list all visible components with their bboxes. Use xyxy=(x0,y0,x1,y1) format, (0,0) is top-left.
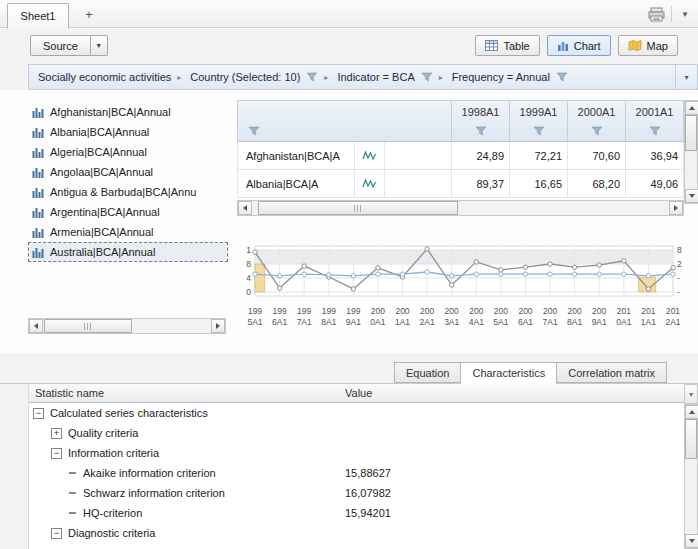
table-header-column[interactable]: 1998A1 xyxy=(452,100,510,142)
breadcrumb-arrow-icon: ▸ xyxy=(439,73,443,82)
value-column-header[interactable]: Value xyxy=(341,384,684,402)
print-icon[interactable] xyxy=(648,7,665,22)
series-bar-chart-icon xyxy=(32,207,45,218)
table-view-button[interactable]: Table xyxy=(475,35,539,56)
series-tree-item[interactable]: Albania|BCA|Annual xyxy=(28,122,228,142)
line-chart-icon xyxy=(362,150,377,161)
filter-funnel-icon[interactable] xyxy=(475,126,487,136)
tabbar-actions: ▾ xyxy=(648,5,692,23)
series-tree-item[interactable]: Algeria|BCA|Annual xyxy=(28,142,228,162)
filter-funnel-icon[interactable] xyxy=(248,126,260,136)
column-label: 1998A1 xyxy=(452,106,509,118)
source-button[interactable]: Source xyxy=(30,35,91,56)
tab-sheet1[interactable]: Sheet1 xyxy=(7,3,69,28)
tab-characteristics[interactable]: Characteristics xyxy=(461,362,557,384)
source-split-button[interactable]: Source ▾ xyxy=(30,35,108,56)
chart-view-button[interactable]: Chart xyxy=(547,35,611,56)
svg-text:200: 200 xyxy=(445,306,459,316)
source-dropdown-arrow[interactable]: ▾ xyxy=(91,35,108,56)
statistic-name: HQ-criterion xyxy=(83,507,142,519)
filter-funnel-icon[interactable] xyxy=(556,72,568,82)
row-icon-cell xyxy=(355,170,385,197)
statistic-row[interactable]: Akaike information criterion15,88627 xyxy=(29,463,684,483)
svg-text:8: 8 xyxy=(677,245,682,255)
series-tree-item[interactable]: Argentina|BCA|Annual xyxy=(28,202,228,222)
scroll-right-button[interactable] xyxy=(669,201,683,215)
series-tree-item[interactable]: Afghanistan|BCA|Annual xyxy=(28,102,228,122)
tree-horizontal-scrollbar[interactable] xyxy=(28,318,226,334)
scrollbar-thumb[interactable] xyxy=(258,201,458,215)
statistic-row[interactable]: +Quality criteria xyxy=(29,423,684,443)
statistic-row[interactable]: Schwarz information criterion16,07982 xyxy=(29,483,684,503)
scroll-up-button[interactable] xyxy=(685,101,698,115)
statistic-value: 15,88627 xyxy=(345,467,391,479)
statistics-filter-dropdown[interactable]: ▾ xyxy=(684,384,698,404)
chart-icon xyxy=(557,40,569,51)
scroll-down-button[interactable] xyxy=(685,189,698,203)
row-value-cell: 16,65 xyxy=(510,170,568,197)
add-sheet-button[interactable]: + xyxy=(80,6,98,23)
scroll-down-button[interactable] xyxy=(685,534,698,548)
series-bar-chart-icon xyxy=(32,127,45,138)
statistic-row[interactable]: HQ-criterion15,94201 xyxy=(29,503,684,523)
collapse-icon[interactable]: − xyxy=(33,408,44,419)
filter-funnel-icon[interactable] xyxy=(421,72,433,82)
tab-correlation-matrix[interactable]: Correlation matrix xyxy=(557,362,667,383)
data-table-body: Afghanistan|BCA|A24,8972,2170,6036,94Alb… xyxy=(237,142,684,198)
series-tree-item[interactable]: Angolaa|BCA|Annual xyxy=(28,162,228,182)
scroll-left-button[interactable] xyxy=(238,201,252,215)
svg-text:199: 199 xyxy=(273,306,287,316)
row-name-cell: Afghanistan|BCA|A xyxy=(237,142,355,169)
statistic-value: 15,94201 xyxy=(345,507,391,519)
series-tree-item[interactable]: Armenia|BCA|Annual xyxy=(28,222,228,242)
table-row[interactable]: Albania|BCA|A89,3716,6568,2049,06 xyxy=(237,170,684,198)
scrollbar-thumb[interactable] xyxy=(685,115,697,151)
table-header-column[interactable]: 2000A1 xyxy=(568,100,626,142)
table-horizontal-scrollbar[interactable] xyxy=(237,200,684,216)
filter-item-activities[interactable]: Socially economic activities ▸ xyxy=(38,71,181,83)
filter-funnel-icon[interactable] xyxy=(591,126,603,136)
filter-item-country[interactable]: Country (Selected: 10) ▸ xyxy=(190,71,328,83)
table-header-column[interactable]: 2001A1 xyxy=(626,100,684,142)
filter-funnel-icon[interactable] xyxy=(533,126,545,136)
scrollbar-thumb[interactable] xyxy=(685,419,697,459)
row-value-cell: 36,94 xyxy=(626,142,684,169)
view-switcher: Table Chart Map xyxy=(475,35,678,56)
leaf-bullet-icon xyxy=(69,472,76,474)
table-header-name-cell[interactable] xyxy=(237,100,452,142)
leaf-bullet-icon xyxy=(69,512,76,514)
collapse-icon[interactable]: − xyxy=(51,528,62,539)
scrollbar-thumb[interactable] xyxy=(44,319,132,333)
filter-bar-dropdown[interactable]: ▾ xyxy=(675,65,697,89)
expand-icon[interactable]: + xyxy=(51,428,62,439)
svg-text:201: 201 xyxy=(641,306,655,316)
scroll-up-button[interactable] xyxy=(685,405,698,419)
filter-item-frequency[interactable]: Frequency = Annual xyxy=(452,71,568,83)
statistics-vertical-scrollbar[interactable] xyxy=(684,404,698,549)
table-row[interactable]: Afghanistan|BCA|A24,8972,2170,6036,94 xyxy=(237,142,684,170)
scroll-right-button[interactable] xyxy=(211,319,225,333)
map-view-button[interactable]: Map xyxy=(618,35,678,56)
table-vertical-scrollbar[interactable] xyxy=(684,100,698,204)
filter-funnel-icon[interactable] xyxy=(306,72,318,82)
filter-item-indicator[interactable]: Indicator = BCA ▸ xyxy=(337,71,442,83)
column-label: 2001A1 xyxy=(626,106,683,118)
tab-equation[interactable]: Equation xyxy=(394,362,461,383)
series-tree-item[interactable]: Antigua & Barbuda|BCA|Annu xyxy=(28,182,228,202)
row-value-cell: 89,37 xyxy=(452,170,510,197)
table-header-column[interactable]: 1999A1 xyxy=(510,100,568,142)
statistic-row[interactable]: −Calculated series characteristics xyxy=(29,403,684,423)
statistic-row[interactable]: −Information criteria xyxy=(29,443,684,463)
svg-text:8A1: 8A1 xyxy=(321,317,336,327)
scroll-left-button[interactable] xyxy=(29,319,43,333)
filter-item-label: Frequency = Annual xyxy=(452,71,550,83)
series-label: Albania|BCA|Annual xyxy=(50,126,149,138)
statistic-value: 16,07982 xyxy=(345,487,391,499)
row-spacer-cell xyxy=(385,170,452,197)
statistic-name-column-header[interactable]: Statistic name xyxy=(29,384,341,402)
tabbar-dropdown-arrow[interactable]: ▾ xyxy=(678,9,692,19)
series-tree-item[interactable]: Australia|BCA|Annual xyxy=(28,242,228,262)
collapse-icon[interactable]: − xyxy=(51,448,62,459)
filter-funnel-icon[interactable] xyxy=(649,126,661,136)
statistic-row[interactable]: −Diagnostic criteria xyxy=(29,523,684,543)
